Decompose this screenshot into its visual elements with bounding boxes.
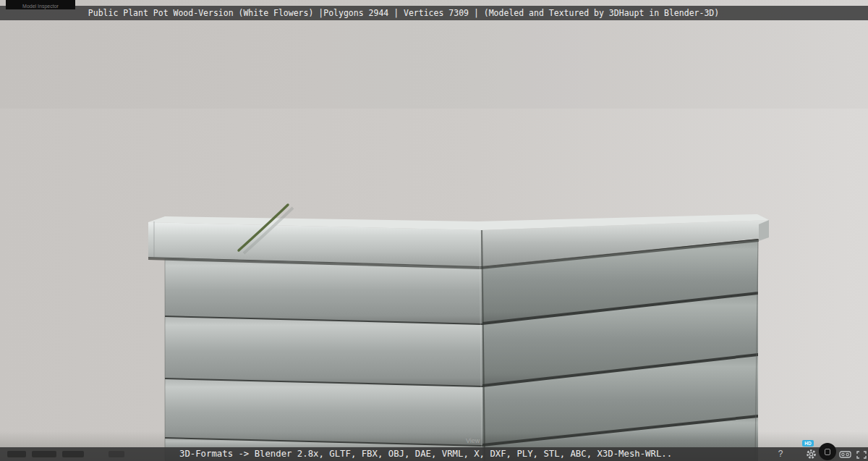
orb-button-icon[interactable] — [819, 443, 836, 460]
view-hint-label: View — [466, 437, 480, 444]
formats-text: 3D-Formats -> Blender 2.8x, GLTF, FBX, O… — [179, 449, 672, 459]
title-bar: Public Plant Pot Wood-Version (White Flo… — [0, 6, 868, 20]
model-inspector-chip[interactable]: Model Inspector — [6, 0, 75, 9]
help-icon[interactable]: ? — [775, 447, 786, 461]
model-inspector-label: Model Inspector — [22, 4, 59, 9]
bottom-bar: 3D-Formats -> Blender 2.8x, GLTF, FBX, O… — [0, 447, 868, 461]
ghost-control-icon — [109, 451, 124, 457]
ghost-control-icon — [62, 451, 84, 457]
model-title: Public Plant Pot Wood-Version (White Flo… — [88, 8, 719, 18]
ghost-control-icon — [7, 451, 26, 457]
hd-badge[interactable]: HD — [802, 440, 814, 447]
vr-headset-icon[interactable] — [839, 449, 851, 461]
fullscreen-icon[interactable] — [856, 449, 867, 461]
settings-gear-icon[interactable] — [806, 449, 817, 461]
ghost-control-icon — [32, 451, 56, 457]
viewer-window: Public Plant Pot Wood-Version (White Flo… — [0, 0, 868, 461]
model-viewport[interactable] — [0, 0, 868, 461]
